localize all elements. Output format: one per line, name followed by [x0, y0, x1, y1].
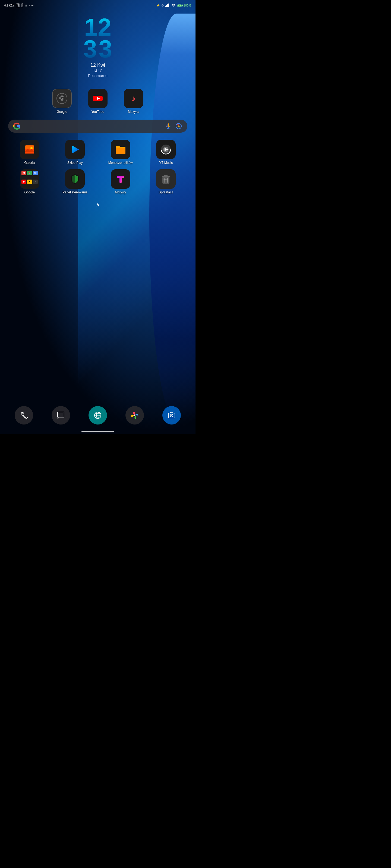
search-bar-container — [0, 117, 196, 135]
app-ytmusic[interactable]: YT Music — [145, 140, 188, 165]
tiktok-icon: ♪ — [29, 4, 30, 7]
galeria-icon-bg — [20, 140, 39, 159]
svg-rect-5 — [182, 5, 183, 6]
bluetooth-icon: ⚡ — [157, 4, 160, 7]
search-g-logo — [13, 122, 21, 130]
dock-browser[interactable] — [88, 406, 107, 425]
battery-percent: 100% — [184, 4, 191, 7]
svg-rect-32 — [164, 175, 168, 176]
app-sprzatacz[interactable]: 256M Sprzątacz — [145, 169, 188, 195]
svg-rect-1 — [166, 5, 167, 7]
google-icon-bg: G — [52, 89, 72, 108]
app-google[interactable]: G Google — [52, 89, 72, 114]
svg-rect-28 — [119, 178, 122, 183]
more-icon: ··· — [31, 4, 33, 7]
svg-marker-26 — [23, 181, 25, 183]
app-panel[interactable]: Panel sterowania — [54, 169, 97, 195]
youtube-label: YouTube — [91, 110, 104, 114]
clock-weather: 14 °C — [93, 69, 102, 73]
motywy-label: Motywy — [115, 190, 126, 195]
clock-minute-3: 3 — [83, 37, 97, 61]
main-app-grid: Galeria Sklep Play — [0, 135, 196, 199]
svg-rect-2 — [167, 4, 168, 7]
dock-phone[interactable] — [15, 406, 33, 425]
app-muzyka[interactable]: ♪ Muzyka — [124, 89, 143, 114]
wifi-icon — [171, 3, 176, 7]
google-folder-label: Google — [24, 190, 35, 195]
dock-apps[interactable] — [125, 406, 144, 425]
status-right: ⚡ ® — [157, 3, 191, 8]
svg-point-44 — [171, 415, 172, 416]
home-bar — [81, 431, 114, 432]
network-speed: 0,1 KB/s — [4, 4, 15, 7]
up-chevron-icon: ∧ — [96, 201, 100, 208]
clock-temp: 14 °C — [93, 69, 102, 73]
search-bar[interactable] — [8, 120, 187, 133]
status-left: 0,1 KB/s N i ⚙ ♪ ··· — [4, 3, 34, 7]
svg-rect-29 — [118, 177, 120, 177]
battery-icon: 100% — [177, 4, 191, 7]
svg-text:♪: ♪ — [132, 94, 136, 103]
svg-text:256M: 256M — [164, 179, 168, 181]
google-folder-icon-bg: M 📍 🗺 ▲ + — [20, 169, 39, 189]
app-galeria[interactable]: Galeria — [8, 140, 51, 165]
sklep-icon-bg — [65, 140, 85, 159]
status-bar: 0,1 KB/s N i ⚙ ♪ ··· ⚡ ® — [0, 0, 196, 10]
muzyka-label: Muzyka — [128, 110, 139, 114]
files-label: Menedżer plików — [108, 161, 133, 165]
top-app-row: G Google YouTube — [0, 81, 196, 117]
panel-icon-bg — [65, 169, 85, 189]
clock-minute-3b: 3 — [99, 37, 112, 61]
dock-bar — [0, 403, 196, 429]
registered-icon: ® — [162, 4, 164, 7]
sprzatacz-icon-bg: 256M — [156, 169, 176, 189]
nfc-icon: N — [16, 3, 20, 7]
svg-point-20 — [30, 147, 33, 149]
search-mic-icon[interactable] — [165, 122, 172, 130]
svg-text:G: G — [59, 94, 65, 102]
svg-rect-3 — [168, 3, 169, 7]
clock-condition: Pochmurno — [88, 73, 108, 78]
sklep-label: Sklep Play — [67, 161, 83, 165]
home-indicator — [0, 429, 196, 434]
galeria-label: Galeria — [24, 161, 35, 165]
dock-messages[interactable] — [52, 406, 70, 425]
signal-icon — [165, 3, 170, 8]
motywy-icon-bg — [111, 169, 130, 189]
svg-rect-0 — [165, 6, 166, 7]
search-lens-icon[interactable] — [175, 122, 183, 130]
ytmusic-label: YT Music — [159, 161, 173, 165]
dock-camera[interactable] — [162, 406, 181, 425]
app-youtube[interactable]: YouTube — [88, 89, 108, 114]
google-label: Google — [57, 110, 67, 114]
drawer-arrow[interactable]: ∧ — [0, 199, 196, 209]
app-files[interactable]: Menedżer plików — [99, 140, 142, 165]
panel-label: Panel sterowania — [62, 190, 87, 195]
svg-rect-12 — [168, 123, 169, 127]
settings-icon: ⚙ — [25, 4, 27, 7]
files-icon-bg — [111, 140, 130, 159]
svg-point-42 — [134, 415, 136, 416]
sprzatacz-label: Sprzątacz — [159, 190, 173, 195]
muzyka-icon-bg: ♪ — [124, 89, 143, 108]
clock-widget: 12 33 12 Kwi 14 °C Pochmurno — [0, 10, 196, 81]
youtube-icon-bg — [88, 89, 108, 108]
clock-date: 12 Kwi — [90, 62, 105, 68]
svg-marker-21 — [72, 145, 79, 154]
app-google-folder[interactable]: M 📍 🗺 ▲ + Google — [8, 169, 51, 195]
app-motywy[interactable]: Motywy — [99, 169, 142, 195]
info-icon: i — [21, 3, 23, 7]
ytmusic-icon-bg — [156, 140, 176, 159]
app-sklep[interactable]: Sklep Play — [54, 140, 97, 165]
